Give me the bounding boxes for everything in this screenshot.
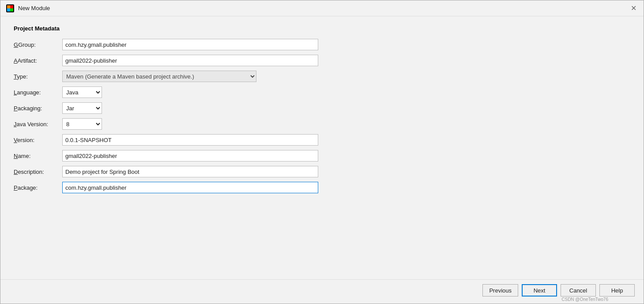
intellij-icon xyxy=(6,4,15,13)
package-row: Package: xyxy=(14,182,630,193)
version-input[interactable] xyxy=(62,134,318,146)
previous-button[interactable]: Previous xyxy=(482,284,518,296)
group-label: GGroup: xyxy=(14,41,62,48)
svg-rect-3 xyxy=(7,8,10,11)
packaging-row: Packaging: Jar War xyxy=(14,102,630,114)
version-label: Version: xyxy=(14,137,62,143)
title-bar-left: New Module xyxy=(6,4,50,13)
help-button[interactable]: Help xyxy=(599,284,635,296)
artifact-input[interactable] xyxy=(62,55,318,66)
java-version-label: Java Version: xyxy=(14,121,62,128)
language-label: Language: xyxy=(14,89,62,96)
svg-rect-1 xyxy=(7,5,10,8)
group-row: GGroup: xyxy=(14,39,630,50)
description-row: Description: xyxy=(14,166,630,177)
watermark: CSDN @OneTenTwo76 xyxy=(561,297,608,302)
package-input[interactable] xyxy=(62,182,318,193)
close-button[interactable]: ✕ xyxy=(629,4,638,13)
dialog-title: New Module xyxy=(18,5,50,11)
java-version-row: Java Version: 8 11 17 xyxy=(14,118,630,130)
type-label: Type: xyxy=(14,73,62,80)
artifact-row: AArtifact: xyxy=(14,55,630,66)
language-row: Language: Java Kotlin Groovy xyxy=(14,86,630,98)
name-label: Name: xyxy=(14,153,62,159)
svg-rect-4 xyxy=(10,8,13,11)
language-select[interactable]: Java Kotlin Groovy xyxy=(62,86,102,98)
name-row: Name: xyxy=(14,150,630,161)
name-input[interactable] xyxy=(62,150,318,161)
svg-rect-2 xyxy=(10,5,13,8)
description-label: Description: xyxy=(14,169,62,175)
description-input[interactable] xyxy=(62,166,318,177)
cancel-button[interactable]: Cancel xyxy=(561,284,596,296)
java-version-select[interactable]: 8 11 17 xyxy=(62,118,102,130)
group-input[interactable] xyxy=(62,39,318,50)
type-select[interactable]: Maven (Generate a Maven based project ar… xyxy=(62,71,256,82)
dialog-footer: Previous Next Cancel Help xyxy=(0,279,644,304)
type-row: Type: Maven (Generate a Maven based proj… xyxy=(14,71,630,82)
packaging-label: Packaging: xyxy=(14,105,62,112)
version-row: Version: xyxy=(14,134,630,146)
packaging-select[interactable]: Jar War xyxy=(62,102,102,114)
section-title: Project Metadata xyxy=(14,25,630,32)
package-label: Package: xyxy=(14,184,62,191)
dialog-content: Project Metadata GGroup: AArtifact: Type… xyxy=(0,16,644,279)
title-bar: New Module ✕ xyxy=(0,0,644,16)
next-button[interactable]: Next xyxy=(522,284,557,296)
artifact-label: AArtifact: xyxy=(14,57,62,64)
new-module-dialog: New Module ✕ Project Metadata GGroup: AA… xyxy=(0,0,644,304)
